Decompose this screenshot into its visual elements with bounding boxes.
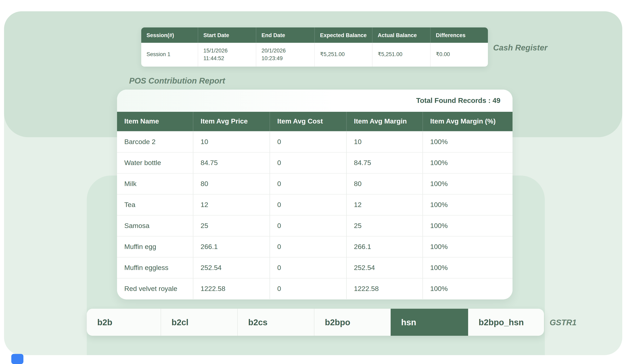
avg-margin-cell: 84.75 <box>346 152 422 173</box>
cash-header-end-date: End Date <box>256 28 314 43</box>
avg-price-cell: 10 <box>193 132 270 152</box>
table-row: Barcode 2 10 0 10 100% <box>117 131 512 152</box>
cash-register-row: Session 1 15/1/2026 11:44:52 20/1/2026 1… <box>141 43 488 66</box>
cash-header-actual-balance: Actual Balance <box>372 28 430 43</box>
avg-price-cell: 1222.58 <box>193 278 270 299</box>
cash-end-date-cell: 20/1/2026 10:23:49 <box>256 43 314 66</box>
table-row: Muffin egg 266.1 0 266.1 100% <box>117 236 512 257</box>
avg-margin-pct-cell: 100% <box>422 258 512 278</box>
avg-cost-cell: 0 <box>270 152 346 173</box>
avg-cost-cell: 0 <box>270 216 346 236</box>
avg-cost-cell: 0 <box>270 132 346 152</box>
avg-cost-cell: 0 <box>270 194 346 215</box>
item-name-cell: Muffin eggless <box>117 258 193 278</box>
tab-b2b[interactable]: b2b <box>87 309 160 336</box>
bottom-left-accent <box>11 354 24 364</box>
report-header-avg-price: Item Avg Price <box>193 112 270 131</box>
avg-price-cell: 252.54 <box>193 258 270 278</box>
report-header-row: Item Name Item Avg Price Item Avg Cost I… <box>117 112 512 131</box>
cash-expected-balance-cell: ₹5,251.00 <box>314 43 372 66</box>
item-name-cell: Tea <box>117 194 193 215</box>
cash-start-date-cell: 15/1/2026 11:44:52 <box>198 43 256 66</box>
avg-price-cell: 84.75 <box>193 152 270 173</box>
cash-register-table: Session(#) Start Date End Date Expected … <box>141 28 488 66</box>
pos-contribution-card: Total Found Records : 49 Item Name Item … <box>117 90 512 300</box>
item-name-cell: Water bottle <box>117 152 193 173</box>
item-name-cell: Red velvet royale <box>117 278 193 299</box>
avg-margin-pct-cell: 100% <box>422 152 512 173</box>
tab-b2bpo[interactable]: b2bpo <box>314 309 391 336</box>
report-header-avg-cost: Item Avg Cost <box>270 112 346 131</box>
table-row: Tea 12 0 12 100% <box>117 194 512 215</box>
item-name-cell: Muffin egg <box>117 236 193 257</box>
avg-cost-cell: 0 <box>270 278 346 299</box>
table-row: Muffin eggless 252.54 0 252.54 100% <box>117 257 512 278</box>
tab-b2bpo-hsn[interactable]: b2bpo_hsn <box>468 309 544 336</box>
cash-header-differences: Differences <box>430 28 488 43</box>
item-name-cell: Milk <box>117 174 193 194</box>
avg-margin-pct-cell: 100% <box>422 174 512 194</box>
avg-price-cell: 266.1 <box>193 236 270 257</box>
table-row: Samosa 25 0 25 100% <box>117 215 512 236</box>
cash-actual-balance-cell: ₹5,251.00 <box>372 43 430 66</box>
cash-header-start-date: Start Date <box>198 28 256 43</box>
avg-margin-cell: 12 <box>346 194 422 215</box>
tab-b2cs[interactable]: b2cs <box>237 309 314 336</box>
cash-header-session: Session(#) <box>141 28 198 43</box>
avg-price-cell: 80 <box>193 174 270 194</box>
avg-margin-cell: 1222.58 <box>346 278 422 299</box>
avg-price-cell: 12 <box>193 194 270 215</box>
avg-margin-pct-cell: 100% <box>422 236 512 257</box>
item-name-cell: Barcode 2 <box>117 132 193 152</box>
avg-cost-cell: 0 <box>270 174 346 194</box>
gstr1-tab-bar: b2b b2cl b2cs b2bpo hsn b2bpo_hsn <box>87 309 544 336</box>
avg-margin-cell: 80 <box>346 174 422 194</box>
avg-margin-pct-cell: 100% <box>422 194 512 215</box>
table-row: Water bottle 84.75 0 84.75 100% <box>117 152 512 173</box>
avg-margin-cell: 266.1 <box>346 236 422 257</box>
gstr1-label: GSTR1 <box>550 318 576 327</box>
avg-margin-pct-cell: 100% <box>422 216 512 236</box>
item-name-cell: Samosa <box>117 216 193 236</box>
cash-register-header-row: Session(#) Start Date End Date Expected … <box>141 28 488 43</box>
table-row: Red velvet royale 1222.58 0 1222.58 100% <box>117 278 512 299</box>
cash-header-expected-balance: Expected Balance <box>314 28 372 43</box>
report-header-item-name: Item Name <box>117 112 193 131</box>
avg-margin-pct-cell: 100% <box>422 132 512 152</box>
report-header-avg-margin-pct: Item Avg Margin (%) <box>422 112 512 131</box>
tab-b2cl[interactable]: b2cl <box>160 309 237 336</box>
avg-margin-pct-cell: 100% <box>422 278 512 299</box>
pos-report-table: Item Name Item Avg Price Item Avg Cost I… <box>117 112 512 299</box>
avg-margin-cell: 10 <box>346 132 422 152</box>
pos-contribution-report-label: POS Contribution Report <box>129 76 225 86</box>
cash-differences-cell: ₹0.00 <box>430 43 488 66</box>
cash-session-cell: Session 1 <box>141 43 198 66</box>
total-found-records: Total Found Records : 49 <box>117 90 512 112</box>
avg-margin-cell: 252.54 <box>346 258 422 278</box>
table-row: Milk 80 0 80 100% <box>117 173 512 194</box>
avg-price-cell: 25 <box>193 216 270 236</box>
page: Session(#) Start Date End Date Expected … <box>0 0 636 364</box>
report-header-avg-margin: Item Avg Margin <box>346 112 422 131</box>
tab-hsn[interactable]: hsn <box>391 309 468 336</box>
cash-register-label: Cash Register <box>493 43 548 52</box>
avg-cost-cell: 0 <box>270 258 346 278</box>
avg-margin-cell: 25 <box>346 216 422 236</box>
avg-cost-cell: 0 <box>270 236 346 257</box>
